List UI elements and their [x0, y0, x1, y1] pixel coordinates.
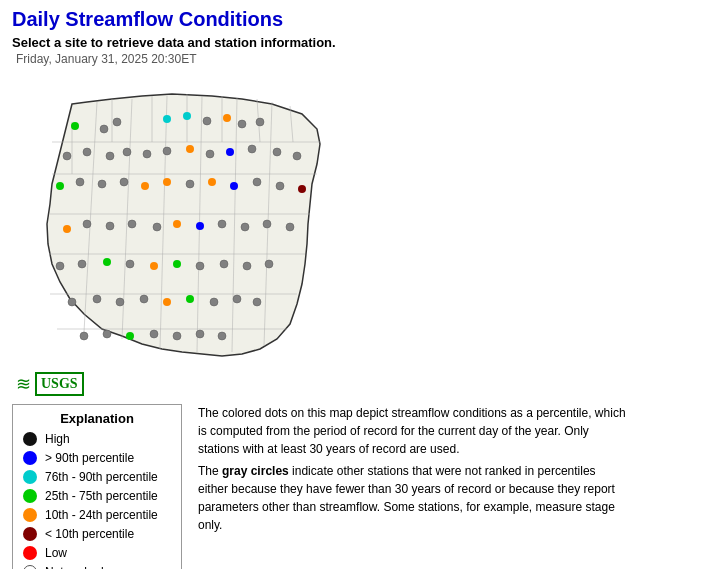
legend-dot-low — [23, 546, 37, 560]
streamflow-dot[interactable] — [113, 118, 121, 126]
streamflow-dot[interactable] — [208, 178, 216, 186]
streamflow-dot[interactable] — [71, 122, 79, 130]
streamflow-dot[interactable] — [83, 220, 91, 228]
streamflow-dot[interactable] — [68, 298, 76, 306]
description-para2: The gray circles indicate other stations… — [198, 462, 628, 534]
streamflow-dot[interactable] — [230, 182, 238, 190]
streamflow-dot[interactable] — [276, 182, 284, 190]
streamflow-dot[interactable] — [103, 330, 111, 338]
streamflow-dot[interactable] — [186, 145, 194, 153]
streamflow-dot[interactable] — [80, 332, 88, 340]
legend-label-p25: 25th - 75th percentile — [45, 489, 158, 503]
streamflow-dot[interactable] — [298, 185, 306, 193]
streamflow-dot[interactable] — [273, 148, 281, 156]
streamflow-dot[interactable] — [173, 332, 181, 340]
streamflow-dot[interactable] — [253, 298, 261, 306]
streamflow-dot[interactable] — [248, 145, 256, 153]
streamflow-dot[interactable] — [128, 220, 136, 228]
streamflow-dot[interactable] — [218, 220, 226, 228]
legend-item-p10: 10th - 24th percentile — [23, 508, 171, 522]
streamflow-dot[interactable] — [256, 118, 264, 126]
legend-dot-plow — [23, 527, 37, 541]
legend-label-notranked: Not ranked — [45, 565, 104, 569]
streamflow-dot[interactable] — [106, 222, 114, 230]
streamflow-dot[interactable] — [78, 260, 86, 268]
streamflow-dot[interactable] — [265, 260, 273, 268]
streamflow-dot[interactable] — [83, 148, 91, 156]
streamflow-dot[interactable] — [243, 262, 251, 270]
streamflow-dot[interactable] — [120, 178, 128, 186]
streamflow-dot[interactable] — [56, 262, 64, 270]
streamflow-dot[interactable] — [163, 147, 171, 155]
streamflow-dot[interactable] — [93, 295, 101, 303]
streamflow-dot[interactable] — [196, 222, 204, 230]
legend-dot-p10 — [23, 508, 37, 522]
streamflow-dot[interactable] — [163, 115, 171, 123]
streamflow-dot[interactable] — [140, 295, 148, 303]
legend-box: Explanation High > 90th percentile 76th … — [12, 404, 182, 569]
legend-dot-p90 — [23, 451, 37, 465]
streamflow-dot[interactable] — [223, 114, 231, 122]
lower-section: Explanation High > 90th percentile 76th … — [12, 404, 712, 569]
streamflow-dot[interactable] — [63, 225, 71, 233]
streamflow-dot[interactable] — [153, 223, 161, 231]
streamflow-dot[interactable] — [173, 260, 181, 268]
streamflow-dot[interactable] — [226, 148, 234, 156]
streamflow-dot[interactable] — [206, 150, 214, 158]
streamflow-dot[interactable] — [238, 120, 246, 128]
legend-title: Explanation — [23, 411, 171, 426]
streamflow-dot[interactable] — [233, 295, 241, 303]
streamflow-dot[interactable] — [173, 220, 181, 228]
legend-label-p10: 10th - 24th percentile — [45, 508, 158, 522]
streamflow-dot[interactable] — [293, 152, 301, 160]
timestamp: Friday, January 31, 2025 20:30ET — [16, 52, 712, 66]
streamflow-dot[interactable] — [56, 182, 64, 190]
streamflow-dot[interactable] — [63, 152, 71, 160]
streamflow-dot[interactable] — [183, 112, 191, 120]
streamflow-dot[interactable] — [123, 148, 131, 156]
streamflow-dot[interactable] — [196, 262, 204, 270]
streamflow-dot[interactable] — [196, 330, 204, 338]
streamflow-dot[interactable] — [186, 180, 194, 188]
map-container[interactable] — [12, 74, 332, 364]
description-gray-circles: gray circles — [222, 464, 289, 478]
streamflow-dot[interactable] — [106, 152, 114, 160]
streamflow-dot[interactable] — [163, 298, 171, 306]
page-container: Daily Streamflow Conditions Select a sit… — [0, 0, 724, 569]
streamflow-dot[interactable] — [210, 298, 218, 306]
streamflow-dot[interactable] — [150, 262, 158, 270]
streamflow-dot[interactable] — [186, 295, 194, 303]
streamflow-dot[interactable] — [241, 223, 249, 231]
streamflow-dot[interactable] — [286, 223, 294, 231]
page-subtitle: Select a site to retrieve data and stati… — [12, 35, 712, 50]
streamflow-dot[interactable] — [126, 332, 134, 340]
streamflow-dot[interactable] — [150, 330, 158, 338]
streamflow-dot[interactable] — [103, 258, 111, 266]
content-area: ≋ USGS Explanation High > 90th percentil… — [12, 74, 712, 569]
streamflow-dot[interactable] — [218, 332, 226, 340]
streamflow-dot[interactable] — [253, 178, 261, 186]
streamflow-dot[interactable] — [143, 150, 151, 158]
streamflow-dot[interactable] — [163, 178, 171, 186]
legend-label-high: High — [45, 432, 70, 446]
legend-item-high: High — [23, 432, 171, 446]
usgs-waves-icon: ≋ — [16, 373, 31, 395]
streamflow-dot[interactable] — [220, 260, 228, 268]
legend-item-p90: > 90th percentile — [23, 451, 171, 465]
ohio-map[interactable] — [12, 74, 332, 364]
streamflow-dot[interactable] — [100, 125, 108, 133]
legend-dot-notranked — [23, 565, 37, 569]
streamflow-dot[interactable] — [76, 178, 84, 186]
usgs-logo: ≋ USGS — [16, 372, 712, 396]
legend-dot-p25 — [23, 489, 37, 503]
legend-item-p25: 25th - 75th percentile — [23, 489, 171, 503]
streamflow-dot[interactable] — [98, 180, 106, 188]
streamflow-dot[interactable] — [203, 117, 211, 125]
legend-item-p76: 76th - 90th percentile — [23, 470, 171, 484]
streamflow-dot[interactable] — [141, 182, 149, 190]
legend-dot-high — [23, 432, 37, 446]
streamflow-dot[interactable] — [263, 220, 271, 228]
streamflow-dot[interactable] — [116, 298, 124, 306]
legend-label-p90: > 90th percentile — [45, 451, 134, 465]
streamflow-dot[interactable] — [126, 260, 134, 268]
